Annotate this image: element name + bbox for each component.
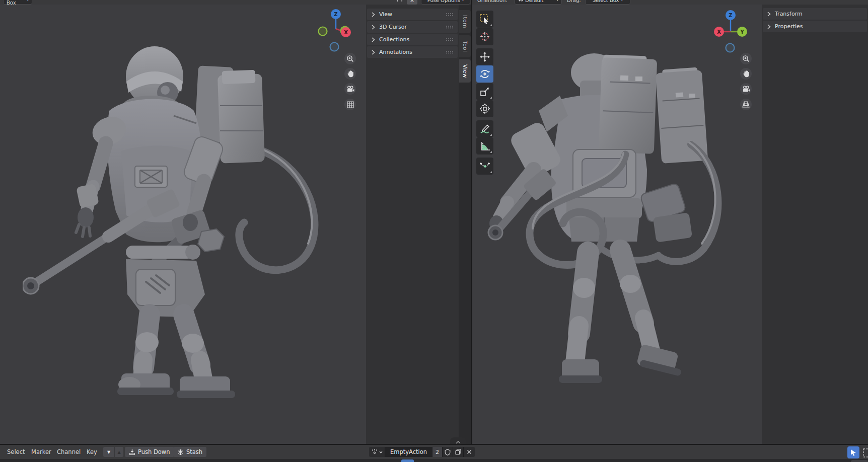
section-label: Annotations [379,49,412,55]
tool-corner-indicator [490,151,492,153]
copy-icon [455,449,461,455]
panel-section-3d-cursor[interactable]: 3D Cursor [367,21,458,33]
tab-label: Item [462,15,468,28]
new-action-copy-button[interactable] [453,447,464,457]
chevron-right-icon [371,50,375,55]
orientation-dropdown[interactable]: Default ▾ [515,0,562,5]
dopesheet-summary-bar [401,459,414,462]
section-label: View [379,11,392,18]
orientation-value: Default [525,0,544,3]
push-down-button[interactable]: Push Down [125,447,174,457]
tool-transform[interactable] [476,100,493,117]
tool-scale[interactable] [476,83,493,100]
nav-gizmo-back[interactable]: Z X Y [704,7,760,55]
model-soldier-front [23,35,325,408]
orientation-global-icon [518,0,523,3]
drag-mode-dropdown[interactable]: Select Box ▾ [585,0,630,5]
tool-pose-breakdowner[interactable] [476,158,493,175]
editor-corner [851,460,868,462]
axis-z-label: Z [729,13,732,18]
chevron-down-icon: ▾ [462,0,464,2]
chevron-right-icon [767,24,771,29]
chevron-right-icon [371,25,375,30]
grip-dots-icon[interactable] [446,50,454,54]
grip-dots-icon[interactable] [446,38,454,41]
panel-section-view[interactable]: View [367,9,458,20]
tool-cursor[interactable] [476,28,493,45]
tool-corner-indicator [490,24,492,26]
menu-channel[interactable]: Channel [57,445,81,459]
drag-label: Drag: [567,0,581,4]
tool-rotate[interactable] [476,65,493,83]
mirror-x-toggle[interactable]: X [407,0,417,5]
tool-tweak-select-box[interactable] [476,11,493,28]
jump-down-button[interactable]: ▼ [103,447,115,457]
nav-gizmo-front[interactable]: Z X [310,7,365,55]
zoom-icon[interactable] [344,53,356,64]
tab-label: Tool [462,41,468,52]
stash-label: Stash [186,448,202,455]
grip-dots-icon[interactable] [446,25,454,29]
action-users-count[interactable]: 2 [432,447,443,457]
pan-hand-icon[interactable] [344,68,356,80]
sidebar-item-tab-panels: Transform Properties [762,5,868,445]
camera-icon[interactable] [344,83,356,95]
camera-icon[interactable] [740,83,752,95]
tool-annotate[interactable] [476,120,493,137]
grid-icon[interactable] [740,99,752,110]
stash-button[interactable]: Stash [173,447,206,457]
dopesheet-content-strip[interactable] [0,459,868,462]
chevron-right-icon [767,12,771,17]
active-tool-label: Select Box [7,0,25,5]
chevron-down-icon [379,451,383,453]
tool-settings-header: Select Box ▾ X Pose Options ▾ Orientatio… [0,0,868,5]
orientation-label: Orientation: [477,0,508,4]
menu-key[interactable]: Key [87,445,97,459]
viewport-splitter[interactable] [471,0,472,445]
active-tool-dropdown[interactable]: Select Box ▾ [3,0,32,5]
scroll-up-indicator[interactable] [450,437,466,444]
zoom-icon[interactable] [740,53,752,64]
tab-label: View [462,64,468,78]
action-icon [372,449,378,455]
section-label: 3D Cursor [379,24,407,30]
select-box-partial-icon[interactable] [862,447,868,458]
push-down-label: Push Down [138,448,170,455]
drag-value: Select Box [593,0,619,3]
tool-measure[interactable] [476,137,493,155]
grip-dots-icon[interactable] [446,13,454,16]
panel-section-transform[interactable]: Transform [763,8,867,20]
axis-x-label: X [344,30,348,35]
active-tweak-tool-button[interactable] [847,446,859,458]
section-label: Collections [379,36,409,43]
chevron-down-icon: ▾ [621,0,623,2]
pose-options-dropdown[interactable]: Pose Options ▾ [421,0,470,5]
pan-hand-icon[interactable] [740,68,752,80]
tool-move[interactable] [476,48,493,65]
fake-user-shield-toggle[interactable] [443,447,453,457]
panel-section-collections[interactable]: Collections [367,34,458,45]
snap-icon [396,0,404,4]
tab-view[interactable]: View [459,59,471,83]
panel-section-properties[interactable]: Properties [763,21,867,32]
panel-section-annotations[interactable]: Annotations [367,46,458,58]
tool-corner-indicator [490,97,492,99]
unlink-action-button[interactable] [464,447,475,457]
pose-options-label: Pose Options [427,0,460,3]
tab-tool[interactable]: Tool [459,35,471,57]
menu-marker[interactable]: Marker [31,445,51,459]
axis-x-label: X [717,29,721,35]
grid-icon[interactable] [344,99,356,110]
action-browse-dropdown[interactable] [369,447,385,457]
menu-select[interactable]: Select [7,445,25,459]
jump-up-button-disabled[interactable]: ▲ [115,447,123,457]
tool-corner-indicator [490,171,492,173]
stash-freeze-icon [177,449,184,455]
action-name-field[interactable]: EmptyAction [385,447,432,457]
shield-icon [445,449,451,455]
tab-item[interactable]: Item [459,10,471,33]
action-datablock-selector: EmptyAction 2 [369,447,475,457]
chevron-right-icon [371,37,375,42]
mirror-x-label: X [410,0,414,3]
chevron-right-icon [371,12,375,17]
